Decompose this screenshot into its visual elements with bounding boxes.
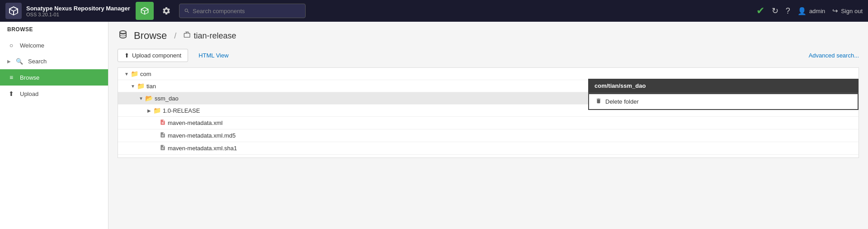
- tree-label-ssm-dao: ssm_dao: [155, 95, 179, 102]
- delete-folder-label: Delete folder: [605, 98, 639, 105]
- brand-area: Sonatype Nexus Repository Manager OSS 3.…: [5, 3, 132, 19]
- repo-name: tian-release: [193, 31, 236, 41]
- tree-label-maven-md5: maven-metadata.xml.md5: [168, 132, 236, 139]
- sidebar-item-search[interactable]: ▶ 🔍 Search: [0, 53, 108, 69]
- tree-panel: ▼ 📁 com ▼ 📁 tian ▼ 📂 ssm_dao ▶: [118, 67, 859, 158]
- browse-icon: ≡: [7, 74, 15, 81]
- sidebar-item-upload[interactable]: ⬆ Upload: [0, 86, 108, 102]
- sidebar-item-browse-label: Browse: [20, 74, 39, 81]
- advanced-search-link[interactable]: Advanced search...: [809, 52, 859, 59]
- search-expand-icon: ▶: [7, 59, 11, 64]
- cube-nav-button[interactable]: [136, 2, 154, 20]
- welcome-icon: ○: [7, 42, 15, 49]
- htmlview-label: HTML View: [198, 52, 228, 59]
- tree-item-com[interactable]: ▼ 📁 com: [118, 68, 859, 80]
- context-menu-header: com/tian/ssm_dao: [588, 79, 859, 93]
- html-view-button[interactable]: HTML View: [192, 49, 235, 62]
- sidebar-item-welcome-label: Welcome: [20, 42, 44, 49]
- signout-section[interactable]: ↪ Sign out: [832, 7, 863, 15]
- breadcrumb-repo: tian-release: [184, 31, 236, 41]
- tree-label-maven-xml: maven-metadata.xml: [168, 119, 222, 126]
- breadcrumb-separator: /: [174, 31, 176, 41]
- folder-icon-tian: 📁: [137, 82, 145, 90]
- app-version: OSS 3.20.1-01: [26, 12, 130, 17]
- sidebar-item-welcome[interactable]: ○ Welcome: [0, 37, 108, 53]
- upload-component-button[interactable]: ⬆ Upload component: [118, 49, 188, 62]
- brand-logo[interactable]: [5, 3, 22, 19]
- tree-item-maven-sha1[interactable]: maven-metadata.xml.sha1: [118, 142, 859, 155]
- file-icon-sha1: [160, 144, 166, 152]
- app-name: Sonatype Nexus Repository Manager: [26, 5, 130, 12]
- signout-icon: ↪: [832, 7, 838, 15]
- page-header: Browse / tian-release: [118, 29, 859, 43]
- search-icon: [184, 8, 190, 14]
- trash-icon: [595, 98, 602, 105]
- tree-label-tian: tian: [146, 83, 156, 90]
- folder-icon-com: 📁: [131, 70, 138, 77]
- upload-icon: ⬆: [7, 90, 15, 97]
- user-icon: 👤: [797, 7, 807, 15]
- user-section[interactable]: 👤 admin: [797, 7, 825, 15]
- tree-item-maven-md5[interactable]: maven-metadata.xml.md5: [118, 129, 859, 142]
- database-icon: [118, 29, 128, 43]
- main-layout: Browse ○ Welcome ▶ 🔍 Search ≡ Browse ⬆ U…: [0, 22, 868, 229]
- sidebar: Browse ○ Welcome ▶ 🔍 Search ≡ Browse ⬆ U…: [0, 22, 108, 229]
- tree-expand-ssm-dao[interactable]: ▼: [138, 95, 144, 101]
- tree-expand-com[interactable]: ▼: [123, 71, 130, 77]
- sidebar-item-upload-label: Upload: [20, 91, 38, 97]
- settings-nav-button[interactable]: [157, 2, 175, 20]
- context-menu-body: Delete folder: [588, 93, 859, 110]
- user-label: admin: [809, 8, 825, 14]
- main-content: Browse / tian-release ⬆ Upload component…: [108, 22, 868, 229]
- tree-label-com: com: [140, 71, 151, 77]
- nav-right: ✔ ↻ ? 👤 admin ↪ Sign out: [756, 5, 863, 17]
- refresh-icon[interactable]: ↻: [772, 6, 778, 16]
- tree-expand-release[interactable]: ▶: [146, 107, 152, 114]
- repo-icon: [184, 31, 191, 40]
- search-icon: 🔍: [15, 58, 24, 65]
- file-icon-md5: [160, 132, 166, 139]
- search-bar[interactable]: [179, 4, 306, 18]
- upload-btn-icon: ⬆: [124, 52, 129, 59]
- folder-icon-ssm-dao: 📂: [145, 95, 153, 102]
- context-menu-panel: com/tian/ssm_dao Delete folder: [588, 79, 859, 110]
- tree-label-maven-sha1: maven-metadata.xml.sha1: [168, 145, 237, 152]
- signout-label: Sign out: [841, 8, 863, 14]
- search-input[interactable]: [193, 8, 301, 14]
- sidebar-item-search-label: Search: [28, 58, 47, 65]
- tree-label-release: 1.0-RELEASE: [163, 107, 200, 114]
- action-bar: ⬆ Upload component HTML View Advanced se…: [118, 49, 859, 62]
- brand-text: Sonatype Nexus Repository Manager OSS 3.…: [26, 5, 130, 17]
- help-icon[interactable]: ?: [786, 6, 790, 16]
- tree-expand-tian[interactable]: ▼: [130, 83, 136, 89]
- tree-item-maven-xml[interactable]: maven-metadata.xml: [118, 117, 859, 129]
- delete-folder-menu-item[interactable]: Delete folder: [589, 94, 858, 109]
- sidebar-section-header: Browse: [0, 22, 108, 37]
- folder-icon-release: 📁: [153, 107, 161, 114]
- top-navigation: Sonatype Nexus Repository Manager OSS 3.…: [0, 0, 868, 22]
- page-title: Browse: [134, 30, 167, 42]
- system-check-icon[interactable]: ✔: [756, 5, 764, 17]
- upload-btn-label: Upload component: [132, 52, 181, 59]
- sidebar-item-browse[interactable]: ≡ Browse: [0, 69, 108, 86]
- xml-icon: [160, 119, 166, 127]
